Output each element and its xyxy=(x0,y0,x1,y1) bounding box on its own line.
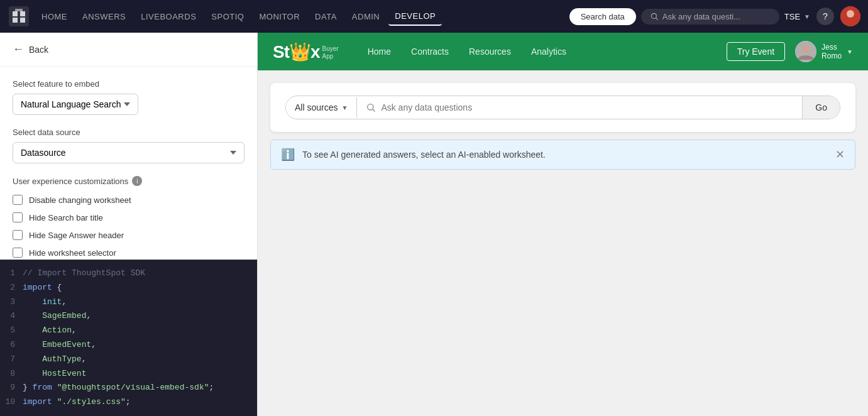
disable-worksheet-checkbox[interactable] xyxy=(13,195,23,205)
stax-logo: St👑x Buyer App xyxy=(273,41,339,62)
avatar-image xyxy=(840,6,860,26)
ux-customizations: User experience customizations i Disable… xyxy=(13,176,244,260)
left-panel: ← Back Select feature to embed Natural L… xyxy=(0,33,258,416)
preview-nav-analytics[interactable]: Analytics xyxy=(522,41,575,62)
stax-app-name2: App xyxy=(322,53,339,60)
code-lines: 1 // Import ThoughtSpot SDK 2 import { 3… xyxy=(0,260,257,416)
search-input-area xyxy=(357,102,802,112)
go-button[interactable]: Go xyxy=(802,96,840,119)
code-line-7: 7 AuthType, xyxy=(0,353,257,367)
avatar[interactable] xyxy=(840,6,860,26)
ux-label: User experience customizations i xyxy=(13,176,244,186)
code-line-6: 6 EmbedEvent, xyxy=(0,338,257,353)
ask-search-icon xyxy=(650,12,659,21)
checkbox-disable-worksheet: Disable changing worksheet xyxy=(13,195,244,205)
preview-nav-contracts[interactable]: Contracts xyxy=(402,41,458,62)
right-panel: St👑x Buyer App Home Contracts Resources … xyxy=(258,33,868,416)
user-menu[interactable]: TSE ▼ xyxy=(784,12,810,21)
code-line-3: 3 init, xyxy=(0,295,257,310)
feature-select[interactable]: Natural Language Search xyxy=(13,94,138,115)
search-container: All sources ▼ Go xyxy=(270,83,855,132)
preview-avatar xyxy=(795,41,816,62)
ask-bar[interactable] xyxy=(641,9,779,25)
preview-user-name-first: Jess xyxy=(821,43,842,52)
back-arrow-icon: ← xyxy=(13,43,24,56)
svg-point-3 xyxy=(847,10,854,18)
back-label: Back xyxy=(29,45,48,55)
checkbox-hide-search-bar: Hide Search bar title xyxy=(13,212,244,222)
nav-right: TSE ▼ ? xyxy=(784,6,860,26)
preview-nav: Home Contracts Resources Analytics xyxy=(359,41,727,62)
preview-avatar-image xyxy=(795,41,816,62)
nav-monitor[interactable]: MONITOR xyxy=(253,8,306,25)
preview-nav-home[interactable]: Home xyxy=(359,41,400,62)
disable-worksheet-label[interactable]: Disable changing worksheet xyxy=(29,195,131,205)
preview-nav-resources[interactable]: Resources xyxy=(460,41,520,62)
search-data-button[interactable]: Search data xyxy=(569,8,636,25)
nav-data[interactable]: DATA xyxy=(309,8,343,25)
ask-input[interactable] xyxy=(662,12,763,21)
hide-sage-answer-checkbox[interactable] xyxy=(13,230,23,240)
help-button[interactable]: ? xyxy=(816,8,834,25)
nav-home[interactable]: HOME xyxy=(35,8,74,25)
stax-app-name: Buyer xyxy=(322,45,339,53)
search-source-dropdown[interactable]: All sources ▼ xyxy=(286,97,357,118)
left-top: ← Back xyxy=(0,33,257,67)
search-bar: All sources ▼ Go xyxy=(285,96,840,119)
nav-spotiq[interactable]: SPOTIQ xyxy=(205,8,250,25)
info-banner-close-button[interactable]: ✕ xyxy=(835,148,845,161)
search-magnifier-icon xyxy=(366,102,376,112)
feature-label: Select feature to embed xyxy=(13,79,244,89)
code-line-10: 10 import "./styles.css"; xyxy=(0,395,257,410)
user-label: TSE xyxy=(784,12,800,21)
code-line-8: 8 HostEvent xyxy=(0,367,257,381)
preview-header: St👑x Buyer App Home Contracts Resources … xyxy=(258,33,868,70)
checkbox-hide-worksheet: Hide worksheet selector xyxy=(13,248,244,258)
app-logo xyxy=(8,5,30,28)
nav-links: HOME ANSWERS LIVEBOARDS SPOTIQ MONITOR D… xyxy=(35,8,559,26)
info-banner-icon: ℹ️ xyxy=(281,148,295,161)
left-form: Select feature to embed Natural Language… xyxy=(0,67,257,260)
info-banner-text: To see AI generated answers, select an A… xyxy=(302,150,828,160)
svg-point-5 xyxy=(802,45,810,53)
ux-info-icon[interactable]: i xyxy=(132,176,142,186)
hide-search-bar-checkbox[interactable] xyxy=(13,212,23,222)
search-input[interactable] xyxy=(381,102,793,112)
nav-liveboards[interactable]: LIVEBOARDS xyxy=(135,8,202,25)
info-banner: ℹ️ To see AI generated answers, select a… xyxy=(270,140,855,170)
try-event-button[interactable]: Try Event xyxy=(727,42,785,61)
datasource-select[interactable]: Datasource xyxy=(13,142,244,163)
preview-user-chevron-icon: ▼ xyxy=(847,48,853,55)
preview-user[interactable]: Jess Romo ▼ xyxy=(795,41,853,62)
code-line-5: 5 Action, xyxy=(0,324,257,338)
nav-develop[interactable]: DEVELOP xyxy=(388,8,442,26)
feature-select-group: Select feature to embed Natural Language… xyxy=(13,79,244,115)
datasource-select-group: Select data source Datasource xyxy=(13,128,244,163)
hide-worksheet-checkbox[interactable] xyxy=(13,248,23,258)
code-line-1: 1 // Import ThoughtSpot SDK xyxy=(0,266,257,281)
stax-crown-icon: 👑 xyxy=(289,42,310,62)
help-icon: ? xyxy=(823,11,828,21)
top-navigation: HOME ANSWERS LIVEBOARDS SPOTIQ MONITOR D… xyxy=(0,0,868,33)
nav-answers[interactable]: ANSWERS xyxy=(76,8,132,25)
stax-name: St👑x xyxy=(273,41,320,62)
chevron-down-icon: ▼ xyxy=(804,13,810,20)
code-line-9: 9 } from "@thoughtspot/visual-embed-sdk"… xyxy=(0,381,257,395)
code-panel: 1 // Import ThoughtSpot SDK 2 import { 3… xyxy=(0,260,257,416)
preview-user-name-last: Romo xyxy=(821,52,842,60)
nav-admin[interactable]: ADMIN xyxy=(346,8,386,25)
preview-content: All sources ▼ Go ℹ️ To see AI genera xyxy=(258,70,868,182)
code-line-2: 2 import { xyxy=(0,281,257,295)
checkbox-hide-sage-answer: Hide Sage Answer header xyxy=(13,230,244,240)
search-source-label: All sources xyxy=(295,102,338,112)
source-chevron-icon: ▼ xyxy=(341,104,348,111)
hide-worksheet-label[interactable]: Hide worksheet selector xyxy=(29,248,116,258)
datasource-label: Select data source xyxy=(13,128,244,137)
hide-search-bar-label[interactable]: Hide Search bar title xyxy=(29,213,103,222)
back-button[interactable]: ← Back xyxy=(13,43,244,56)
code-line-4: 4 SageEmbed, xyxy=(0,309,257,324)
main-layout: ← Back Select feature to embed Natural L… xyxy=(0,33,868,416)
hide-sage-answer-label[interactable]: Hide Sage Answer header xyxy=(29,231,124,240)
